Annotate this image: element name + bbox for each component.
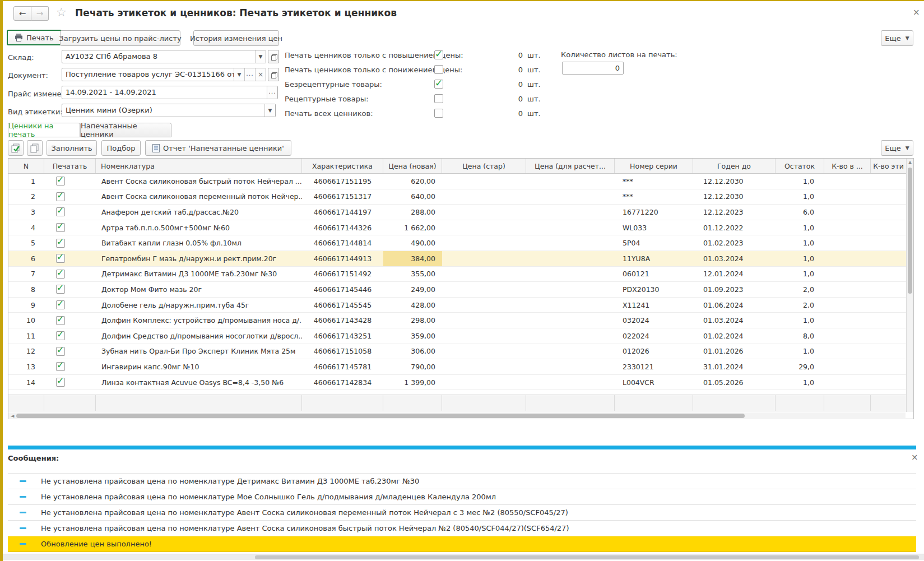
row-print-checkbox[interactable] (56, 331, 65, 340)
column-header[interactable]: Цена (для расчет... (526, 159, 615, 173)
row-print-checkbox[interactable] (56, 270, 65, 279)
row-print-checkbox[interactable] (56, 239, 65, 248)
price-history-button[interactable]: История изменения цен (193, 30, 279, 46)
uncheck-all-button[interactable] (27, 140, 43, 156)
warehouse-dropdown-icon[interactable]: ▼ (255, 50, 266, 63)
row-print-checkbox[interactable] (56, 254, 65, 263)
messages-list: Не установлена прайсовая цена по номенкл… (8, 473, 916, 552)
filter-checkbox[interactable] (434, 65, 443, 74)
table-row[interactable]: 2Авент Соска силиконовая переменный пото… (8, 189, 913, 205)
favorite-star-icon[interactable]: ☆ (56, 7, 67, 18)
column-header[interactable]: Характеристика (302, 159, 383, 173)
document-open-button[interactable] (268, 68, 279, 81)
row-print-checkbox[interactable] (56, 316, 65, 325)
table-row[interactable]: 13Ингавирин капс.90мг №10460661714578179… (8, 359, 913, 375)
column-header[interactable]: N (8, 159, 44, 173)
table-row[interactable]: 8Доктор Мом Фито мазь 20г460661714544624… (8, 282, 913, 298)
load-prices-button[interactable]: Загрузить цены по прайс-листу (60, 30, 180, 46)
document-field[interactable]: Поступление товаров услуг ЭС-01315166 от… (62, 68, 266, 81)
cell-n: 7 (8, 267, 44, 282)
filter-checkbox[interactable] (434, 109, 443, 118)
row-print-checkbox[interactable] (56, 378, 65, 387)
row-print-checkbox[interactable] (56, 223, 65, 232)
table-row[interactable]: 14Линза контактная Acuvue Oasys BC=8,4 -… (8, 375, 913, 391)
row-print-checkbox[interactable] (56, 177, 65, 186)
table-row[interactable]: 9Долобене гель д/наружн.прим.туба 45г460… (8, 298, 913, 313)
filter-checkbox[interactable] (434, 94, 443, 103)
table-row[interactable]: 10Долфин Комплекс: устройство д/промыван… (8, 313, 913, 328)
column-header[interactable]: Цена (новая) (383, 159, 442, 173)
filter-checkbox[interactable] (434, 50, 443, 59)
message-row[interactable]: Не установлена прайсовая цена по номенкл… (8, 474, 916, 489)
document-dropdown-icon[interactable]: ▼ (234, 68, 244, 81)
table-row[interactable]: 3Анаферон детский таб.д/рассас.№20460661… (8, 205, 913, 220)
document-clear-icon[interactable]: × (255, 68, 266, 81)
label-kind-dropdown-icon[interactable]: ▼ (264, 104, 275, 117)
back-button[interactable]: ← (13, 6, 31, 21)
price-date-choose-icon[interactable]: ... (267, 86, 277, 99)
cell-stock: 2,0 (776, 298, 824, 313)
row-print-checkbox[interactable] (56, 300, 65, 309)
message-row[interactable]: Обновление цен выполнено! (8, 536, 916, 552)
scroll-up-icon[interactable]: ▲ (907, 159, 913, 166)
warehouse-field[interactable]: АУ1032 СПб Абрамова 8 ▼ (62, 50, 266, 63)
cell-price_new: 249,00 (383, 282, 442, 297)
row-print-checkbox[interactable] (56, 192, 65, 201)
warehouse-open-button[interactable] (268, 50, 279, 63)
column-header[interactable]: К-во эти (871, 159, 907, 173)
row-print-checkbox[interactable] (56, 285, 65, 294)
more-button-top[interactable]: Еще▼ (881, 30, 913, 46)
column-header[interactable]: К-во в ... (824, 159, 871, 173)
cell-print (44, 174, 96, 189)
bottom-scrollbar[interactable] (0, 554, 924, 560)
horizontal-scroll-thumb[interactable] (16, 414, 745, 418)
window-close-icon[interactable]: × (913, 8, 920, 17)
sheets-count-input[interactable]: 0 (562, 62, 624, 75)
cell-price_new: 790,00 (383, 359, 442, 374)
filter-count-unit: шт. (527, 109, 541, 118)
report-button[interactable]: Отчет 'Напечатанные ценники' (145, 140, 291, 156)
price-date-field[interactable]: 14.09.2021 - 14.09.2021 ... (62, 86, 278, 99)
vertical-scroll-thumb[interactable] (908, 168, 912, 294)
tab-printed-pricetags[interactable]: Напечатанные ценники (80, 123, 171, 137)
label-kind-field[interactable]: Ценник мини (Озерки) ▼ (62, 104, 276, 117)
messages-close-icon[interactable]: × (911, 453, 918, 462)
column-header[interactable]: Годен до (693, 159, 776, 173)
cell-qty_lbl (871, 313, 907, 328)
cell-qty_lbl (871, 251, 907, 266)
check-all-button[interactable] (8, 140, 24, 156)
filter-checkbox[interactable] (434, 80, 443, 89)
table-row[interactable]: 7Детримакс Витамин Д3 1000МЕ таб.230мг №… (8, 267, 913, 282)
pick-button[interactable]: Подбор (101, 140, 141, 156)
column-header[interactable]: Остаток (776, 159, 824, 173)
table-row[interactable]: 4Артра таб.п.п.о.500мг+500мг №6046066171… (8, 220, 913, 236)
message-row[interactable]: Не установлена прайсовая цена по номенкл… (8, 489, 916, 505)
column-header[interactable]: Печатать (44, 159, 96, 173)
table-vertical-scrollbar[interactable]: ▲ (906, 159, 913, 412)
cell-print (44, 375, 96, 390)
scroll-left-icon[interactable]: ◄ (8, 413, 16, 419)
print-button[interactable]: Печать (7, 30, 62, 45)
row-print-checkbox[interactable] (56, 347, 65, 356)
table-row[interactable]: 12Зубная нить Орал-Би Про Эксперт Клиник… (8, 344, 913, 360)
table-row[interactable]: 5Витабакт капли глазн 0.05% фл.10мл46066… (8, 235, 913, 251)
row-print-checkbox[interactable] (56, 362, 65, 371)
table-horizontal-scrollbar[interactable]: ◄ (8, 412, 906, 419)
open-in-form-icon (271, 54, 276, 59)
row-print-checkbox[interactable] (56, 207, 65, 216)
table-row[interactable]: 1Авент Соска силиконовая быстрый поток Н… (8, 174, 913, 189)
table-row[interactable]: 6Гепатромбин Г мазь д/наружн.и рект.прим… (8, 251, 913, 267)
column-header[interactable]: Номер серии (615, 159, 693, 173)
column-header[interactable]: Номенклатура (96, 159, 302, 173)
forward-button[interactable]: → (31, 6, 49, 21)
message-row[interactable]: Не установлена прайсовая цена по номенкл… (8, 521, 916, 536)
column-header[interactable]: Цена (стар) (442, 159, 526, 173)
cell-qty_lbl (871, 220, 907, 235)
message-row[interactable]: Не установлена прайсовая цена по номенкл… (8, 505, 916, 521)
table-row[interactable]: 11Долфин Средство д/промывания носоглотк… (8, 328, 913, 344)
more-button-table[interactable]: Еще▼ (881, 140, 913, 156)
tab-pricetags-to-print[interactable]: Ценники на печать (8, 123, 80, 137)
document-choose-icon[interactable]: ... (244, 68, 255, 81)
fill-button[interactable]: Заполнить (47, 140, 97, 156)
bottom-scroll-thumb[interactable] (255, 555, 919, 559)
